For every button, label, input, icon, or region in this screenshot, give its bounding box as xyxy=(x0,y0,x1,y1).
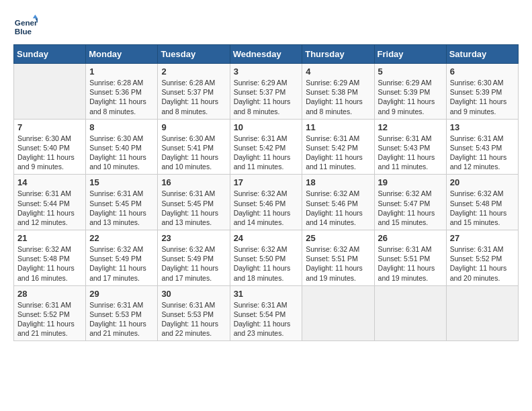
days-header-row: SundayMondayTuesdayWednesdayThursdayFrid… xyxy=(14,45,519,64)
calendar-cell: 11Sunrise: 6:31 AM Sunset: 5:42 PM Dayli… xyxy=(302,119,374,175)
calendar-cell: 8Sunrise: 6:30 AM Sunset: 5:40 PM Daylig… xyxy=(86,119,158,175)
calendar-cell xyxy=(374,285,446,341)
cell-content: Sunrise: 6:28 AM Sunset: 5:36 PM Dayligh… xyxy=(89,78,154,116)
calendar-cell: 30Sunrise: 6:31 AM Sunset: 5:53 PM Dayli… xyxy=(158,285,230,341)
logo: General Blue xyxy=(13,13,42,38)
calendar-cell: 12Sunrise: 6:31 AM Sunset: 5:43 PM Dayli… xyxy=(374,119,446,175)
day-number: 6 xyxy=(450,66,515,77)
day-number: 31 xyxy=(234,289,299,299)
day-header-sunday: Sunday xyxy=(14,45,86,64)
day-number: 13 xyxy=(450,122,515,132)
logo-icon: General Blue xyxy=(13,13,38,38)
cell-content: Sunrise: 6:30 AM Sunset: 5:41 PM Dayligh… xyxy=(161,134,226,172)
calendar-cell: 13Sunrise: 6:31 AM Sunset: 5:43 PM Dayli… xyxy=(446,119,518,175)
cell-content: Sunrise: 6:30 AM Sunset: 5:40 PM Dayligh… xyxy=(89,134,154,172)
cell-content: Sunrise: 6:31 AM Sunset: 5:45 PM Dayligh… xyxy=(161,189,226,227)
cell-content: Sunrise: 6:31 AM Sunset: 5:52 PM Dayligh… xyxy=(450,244,515,283)
day-number: 11 xyxy=(306,122,370,132)
day-number: 20 xyxy=(450,177,515,187)
calendar-cell: 20Sunrise: 6:32 AM Sunset: 5:48 PM Dayli… xyxy=(446,175,518,230)
calendar-cell: 6Sunrise: 6:30 AM Sunset: 5:39 PM Daylig… xyxy=(446,64,518,120)
day-number: 18 xyxy=(306,177,370,187)
cell-content: Sunrise: 6:31 AM Sunset: 5:52 PM Dayligh… xyxy=(17,300,82,338)
day-number: 25 xyxy=(306,233,370,243)
day-number: 17 xyxy=(234,177,299,187)
calendar-cell: 16Sunrise: 6:31 AM Sunset: 5:45 PM Dayli… xyxy=(158,175,230,230)
calendar-cell: 27Sunrise: 6:31 AM Sunset: 5:52 PM Dayli… xyxy=(446,230,518,286)
cell-content: Sunrise: 6:32 AM Sunset: 5:48 PM Dayligh… xyxy=(17,244,82,283)
calendar-cell: 25Sunrise: 6:32 AM Sunset: 5:51 PM Dayli… xyxy=(302,230,374,286)
day-number: 21 xyxy=(17,233,82,243)
calendar-cell: 19Sunrise: 6:32 AM Sunset: 5:47 PM Dayli… xyxy=(374,175,446,230)
svg-text:Blue: Blue xyxy=(15,27,32,36)
cell-content: Sunrise: 6:31 AM Sunset: 5:53 PM Dayligh… xyxy=(161,300,226,338)
day-header-thursday: Thursday xyxy=(302,45,374,64)
cell-content: Sunrise: 6:31 AM Sunset: 5:42 PM Dayligh… xyxy=(234,134,299,172)
cell-content: Sunrise: 6:31 AM Sunset: 5:44 PM Dayligh… xyxy=(17,189,82,227)
calendar-cell: 31Sunrise: 6:31 AM Sunset: 5:54 PM Dayli… xyxy=(230,285,302,341)
day-number: 27 xyxy=(450,233,515,243)
week-row-5: 28Sunrise: 6:31 AM Sunset: 5:52 PM Dayli… xyxy=(14,285,519,341)
day-number: 2 xyxy=(161,66,226,77)
calendar-cell: 5Sunrise: 6:29 AM Sunset: 5:39 PM Daylig… xyxy=(374,64,446,120)
day-number: 3 xyxy=(234,66,299,77)
calendar-cell: 9Sunrise: 6:30 AM Sunset: 5:41 PM Daylig… xyxy=(158,119,230,175)
cell-content: Sunrise: 6:28 AM Sunset: 5:37 PM Dayligh… xyxy=(161,78,226,116)
calendar-cell: 21Sunrise: 6:32 AM Sunset: 5:48 PM Dayli… xyxy=(14,230,86,286)
calendar-cell: 18Sunrise: 6:32 AM Sunset: 5:46 PM Dayli… xyxy=(302,175,374,230)
calendar-cell xyxy=(446,285,518,341)
cell-content: Sunrise: 6:32 AM Sunset: 5:49 PM Dayligh… xyxy=(89,244,154,283)
calendar-cell: 26Sunrise: 6:31 AM Sunset: 5:51 PM Dayli… xyxy=(374,230,446,286)
day-number: 24 xyxy=(234,233,299,243)
cell-content: Sunrise: 6:31 AM Sunset: 5:45 PM Dayligh… xyxy=(89,189,154,227)
cell-content: Sunrise: 6:31 AM Sunset: 5:43 PM Dayligh… xyxy=(450,134,515,172)
day-header-monday: Monday xyxy=(86,45,158,64)
cell-content: Sunrise: 6:32 AM Sunset: 5:46 PM Dayligh… xyxy=(234,189,299,227)
cell-content: Sunrise: 6:29 AM Sunset: 5:37 PM Dayligh… xyxy=(234,78,299,116)
calendar-cell: 1Sunrise: 6:28 AM Sunset: 5:36 PM Daylig… xyxy=(86,64,158,120)
cell-content: Sunrise: 6:29 AM Sunset: 5:39 PM Dayligh… xyxy=(378,78,443,116)
day-number: 19 xyxy=(378,177,443,187)
week-row-4: 21Sunrise: 6:32 AM Sunset: 5:48 PM Dayli… xyxy=(14,230,519,286)
day-header-saturday: Saturday xyxy=(446,45,518,64)
day-number: 1 xyxy=(89,66,154,77)
day-number: 26 xyxy=(378,233,443,243)
cell-content: Sunrise: 6:31 AM Sunset: 5:43 PM Dayligh… xyxy=(378,134,443,172)
cell-content: Sunrise: 6:30 AM Sunset: 5:39 PM Dayligh… xyxy=(450,78,515,116)
page-header: General Blue xyxy=(13,13,519,38)
cell-content: Sunrise: 6:31 AM Sunset: 5:51 PM Dayligh… xyxy=(378,244,443,283)
day-number: 12 xyxy=(378,122,443,132)
day-number: 4 xyxy=(306,66,370,77)
week-row-3: 14Sunrise: 6:31 AM Sunset: 5:44 PM Dayli… xyxy=(14,175,519,230)
calendar-cell xyxy=(14,64,86,120)
calendar-cell: 14Sunrise: 6:31 AM Sunset: 5:44 PM Dayli… xyxy=(14,175,86,230)
calendar-cell: 28Sunrise: 6:31 AM Sunset: 5:52 PM Dayli… xyxy=(14,285,86,341)
day-number: 16 xyxy=(161,177,226,187)
calendar-cell xyxy=(302,285,374,341)
cell-content: Sunrise: 6:32 AM Sunset: 5:47 PM Dayligh… xyxy=(378,189,443,227)
cell-content: Sunrise: 6:32 AM Sunset: 5:48 PM Dayligh… xyxy=(450,189,515,227)
calendar-cell: 4Sunrise: 6:29 AM Sunset: 5:38 PM Daylig… xyxy=(302,64,374,120)
day-header-tuesday: Tuesday xyxy=(158,45,230,64)
week-row-2: 7Sunrise: 6:30 AM Sunset: 5:40 PM Daylig… xyxy=(14,119,519,175)
week-row-1: 1Sunrise: 6:28 AM Sunset: 5:36 PM Daylig… xyxy=(14,64,519,120)
day-number: 23 xyxy=(161,233,226,243)
day-number: 5 xyxy=(378,66,443,77)
cell-content: Sunrise: 6:31 AM Sunset: 5:53 PM Dayligh… xyxy=(89,300,154,338)
cell-content: Sunrise: 6:32 AM Sunset: 5:46 PM Dayligh… xyxy=(306,189,370,227)
day-number: 15 xyxy=(89,177,154,187)
cell-content: Sunrise: 6:30 AM Sunset: 5:40 PM Dayligh… xyxy=(17,134,82,172)
day-number: 8 xyxy=(89,122,154,132)
calendar-cell: 2Sunrise: 6:28 AM Sunset: 5:37 PM Daylig… xyxy=(158,64,230,120)
cell-content: Sunrise: 6:31 AM Sunset: 5:42 PM Dayligh… xyxy=(306,134,370,172)
cell-content: Sunrise: 6:32 AM Sunset: 5:49 PM Dayligh… xyxy=(161,244,226,283)
svg-text:General: General xyxy=(15,18,38,27)
calendar-cell: 23Sunrise: 6:32 AM Sunset: 5:49 PM Dayli… xyxy=(158,230,230,286)
day-number: 29 xyxy=(89,289,154,299)
cell-content: Sunrise: 6:31 AM Sunset: 5:54 PM Dayligh… xyxy=(234,300,299,338)
day-number: 30 xyxy=(161,289,226,299)
day-number: 22 xyxy=(89,233,154,243)
calendar-cell: 7Sunrise: 6:30 AM Sunset: 5:40 PM Daylig… xyxy=(14,119,86,175)
day-number: 28 xyxy=(17,289,82,299)
day-number: 9 xyxy=(161,122,226,132)
